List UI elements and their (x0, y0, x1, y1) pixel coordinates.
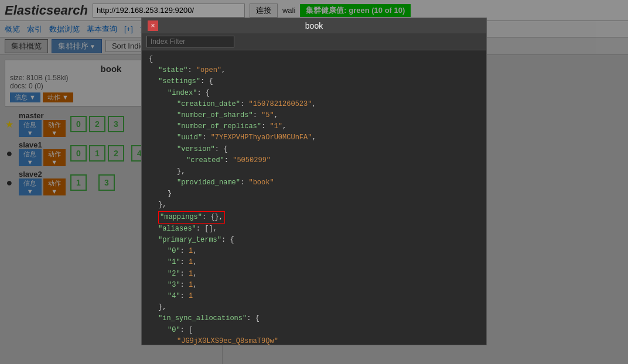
main-area: book size: 810B (1.58ki) docs: 0 (0) 信息 … (0, 55, 628, 364)
modal-json-content[interactable]: { "state": "open", "settings": { "index"… (142, 50, 486, 345)
modal-titlebar: × book (142, 18, 486, 33)
modal-filter-bar (142, 33, 486, 50)
modal-dialog: × book { "state": "open", "settings": { … (141, 18, 487, 345)
modal-close-button[interactable]: × (148, 20, 158, 31)
index-filter-input[interactable] (146, 36, 234, 47)
modal-title: book (158, 21, 470, 30)
modal-overlay[interactable]: × book { "state": "open", "settings": { … (0, 0, 628, 364)
